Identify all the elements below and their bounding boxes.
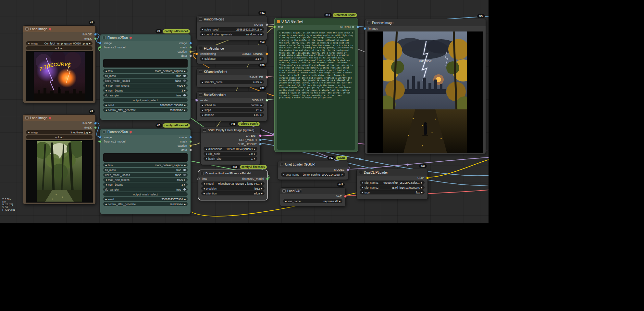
widget-do-sample[interactable]: do_sampletrue	[103, 93, 188, 97]
arrow-left-icon[interactable]: ◀	[105, 203, 107, 205]
node-header[interactable]: KSamplerSelect	[197, 68, 267, 75]
arrow-left-icon[interactable]: ◀	[28, 42, 30, 44]
node-header[interactable]: FluxGuidance	[197, 45, 267, 52]
input-slot-florence2-model[interactable]	[99, 140, 102, 143]
arrow-right-icon[interactable]: ▶	[339, 200, 341, 202]
arrow-left-icon[interactable]: ◀	[105, 109, 107, 111]
output-slot-clip[interactable]	[426, 177, 429, 179]
output-slot-noise[interactable]	[266, 23, 268, 26]
arrow-left-icon[interactable]: ◀	[362, 191, 363, 193]
output-slot-clip-width[interactable]	[259, 139, 262, 141]
arrow-right-icon[interactable]: ▶	[184, 104, 186, 106]
arrow-right-icon[interactable]: ▶	[260, 57, 262, 60]
arrow-left-icon[interactable]: ◀	[105, 104, 107, 106]
widget-seed[interactable]: ◀seed33863093676984▶	[103, 197, 188, 201]
text-output-area[interactable]	[103, 59, 188, 68]
arrow-right-icon[interactable]: ▶	[184, 203, 186, 205]
widget-seed[interactable]: ◀seed109083961690610▶	[103, 103, 188, 107]
arrow-left-icon[interactable]: ◀	[105, 164, 107, 166]
arrow-left-icon[interactable]: ◀	[202, 104, 203, 106]
node-header[interactable]: U-NAI Get Text	[275, 18, 358, 25]
arrow-left-icon[interactable]: ◀	[105, 70, 107, 72]
node-header[interactable]: BasicScheduler	[197, 92, 267, 98]
arrow-right-icon[interactable]: ▶	[341, 173, 343, 176]
collapse-toggle-icon[interactable]	[280, 163, 283, 166]
arrow-right-icon[interactable]: ▶	[261, 182, 263, 185]
collapse-toggle-icon[interactable]	[282, 189, 286, 193]
arrow-left-icon[interactable]: ◀	[285, 200, 287, 202]
collapse-toggle-icon[interactable]	[199, 18, 202, 21]
widget-task[interactable]: ◀taskmore_detailed_caption▶	[103, 163, 188, 167]
node-header[interactable]: Preview Image	[365, 19, 486, 26]
widget-type[interactable]: ◀typeflux▶	[360, 190, 425, 194]
node-header[interactable]: Load VAE	[280, 188, 345, 194]
node-header[interactable]: Load Image	[23, 26, 95, 32]
widget-num-beams[interactable]: ◀num_beams3▶	[103, 182, 188, 187]
input-slot-images[interactable]	[364, 27, 366, 30]
arrow-right-icon[interactable]: ▶	[260, 104, 262, 106]
widget-noise-seed[interactable]: ◀noise_seed265815529198411▶	[200, 27, 264, 31]
collapse-toggle-icon[interactable]	[367, 21, 370, 24]
widget-attention[interactable]: ◀attentionsdpa▶	[201, 191, 265, 195]
arrow-left-icon[interactable]: ◀	[205, 157, 207, 160]
widget-clip-scale[interactable]: ◀clip_scale2.0▶	[204, 152, 257, 156]
widget-model[interactable]: ◀modelMiaoshouAI/Florence-2-large-Pr…▶	[201, 181, 265, 186]
arrow-right-icon[interactable]: ▶	[260, 114, 262, 116]
input-slot-florence2-model[interactable]	[99, 46, 102, 49]
output-slot-data[interactable]	[189, 55, 192, 57]
input-slot-lora[interactable]	[197, 178, 200, 180]
arrow-right-icon[interactable]: ▶	[254, 157, 255, 160]
arrow-left-icon[interactable]: ◀	[283, 173, 284, 176]
toggle-knob[interactable]	[183, 188, 186, 191]
widget-fill-mask[interactable]: fill_masktrue	[103, 168, 188, 172]
node-graph-canvas[interactable]: #1 Load Image IMAGE MASK ◀imageComfyUI_t…	[0, 0, 489, 223]
arrow-right-icon[interactable]: ▶	[260, 109, 262, 111]
node-header[interactable]: SDXL Empty Latent Image (rgthree)	[201, 127, 260, 133]
arrow-right-icon[interactable]: ▶	[254, 153, 255, 155]
widget-clip-name1[interactable]: ◀clip_name1nepotismflux_v5CLIPL.safet…▶	[360, 180, 425, 185]
arrow-right-icon[interactable]: ▶	[184, 89, 186, 92]
arrow-right-icon[interactable]: ▶	[184, 179, 186, 181]
node-florence2run-5[interactable]: #5comfyui-florence2 Florence2Run imageim…	[100, 128, 191, 214]
collapse-toggle-icon[interactable]	[103, 130, 106, 133]
arrow-left-icon[interactable]: ◀	[202, 28, 203, 31]
arrow-right-icon[interactable]: ▶	[184, 183, 186, 186]
toggle-knob[interactable]	[183, 174, 186, 176]
widget-clip-name2[interactable]: ◀clip_name2t5xxl_fp16.safetensors▶	[360, 185, 425, 190]
arrow-left-icon[interactable]: ◀	[203, 187, 205, 190]
collapse-toggle-icon[interactable]	[199, 93, 202, 96]
output-slot-image[interactable]	[94, 33, 97, 36]
output-slot-mask[interactable]	[94, 37, 97, 40]
arrow-left-icon[interactable]: ◀	[105, 198, 107, 200]
arrow-right-icon[interactable]: ▶	[260, 33, 262, 35]
input-slot-conditioning[interactable]	[195, 53, 198, 55]
output-slot-mask[interactable]	[189, 46, 192, 49]
collapse-toggle-icon[interactable]	[201, 172, 204, 175]
arrow-right-icon[interactable]: ▶	[261, 187, 263, 190]
widget-scheduler[interactable]: ◀schedulernormal▶	[200, 103, 264, 107]
arrow-left-icon[interactable]: ◀	[202, 81, 203, 83]
node-sdxl-empty-latent[interactable]: #41rgthree-comfy SDXL Empty Latent Image…	[200, 127, 261, 165]
arrow-right-icon[interactable]: ▶	[184, 164, 186, 166]
collapse-toggle-icon[interactable]	[25, 116, 29, 119]
toggle-knob[interactable]	[183, 80, 186, 82]
output-slot-string[interactable]	[356, 26, 359, 28]
node-header[interactable]: Load Image	[23, 115, 95, 121]
node-download-florence2-model[interactable]: #44comfyui-florence2 DownloadAndLoadFlor…	[198, 170, 268, 200]
node-load-image-2[interactable]: #2 Load Image IMAGE MASK ◀imagelineoftre…	[23, 114, 96, 205]
collapse-toggle-icon[interactable]	[359, 171, 362, 174]
arrow-right-icon[interactable]: ▶	[89, 42, 91, 44]
widget-max-new-tokens[interactable]: ◀max_new_tokens4096▶	[103, 178, 188, 182]
arrow-right-icon[interactable]: ▶	[261, 192, 263, 194]
output-slot-conditioning[interactable]	[266, 53, 268, 55]
node-header[interactable]: DualCLIPLoader	[357, 169, 427, 176]
node-basicscheduler[interactable]: #52 BasicScheduler modelSIGMAS ◀schedule…	[196, 91, 267, 121]
widget-control-after-generate[interactable]: ◀control_after_generaterandomize▶	[103, 108, 188, 112]
widget-denoise[interactable]: ◀denoise1.00▶	[200, 113, 264, 117]
widget-steps[interactable]: ◀steps20▶	[200, 108, 264, 112]
arrow-left-icon[interactable]: ◀	[203, 192, 205, 194]
collapse-toggle-icon[interactable]	[199, 70, 202, 73]
toggle-knob[interactable]	[183, 75, 186, 77]
node-dualcliploader[interactable]: #43 DualCLIPLoader CLIP ◀clip_name1nepot…	[356, 169, 428, 199]
arrow-right-icon[interactable]: ▶	[260, 28, 262, 31]
